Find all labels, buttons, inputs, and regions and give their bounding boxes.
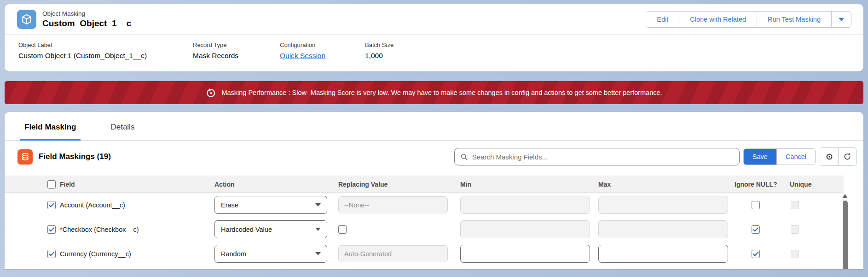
field-masking-card: Field Masking Details Field Maskings (19…	[5, 112, 863, 269]
scrollbar-thumb[interactable]	[843, 200, 848, 269]
table-row: Currency (Currency__c) Random Auto-Gener…	[5, 242, 863, 266]
column-header-ignore-null: Ignore NULL?	[735, 181, 790, 188]
table-vertical-scrollbar[interactable]	[842, 193, 848, 269]
chevron-down-icon	[315, 203, 321, 206]
more-actions-dropdown-button[interactable]	[831, 12, 851, 27]
replacing-value-input: --None--	[338, 196, 448, 213]
search-input[interactable]	[472, 153, 734, 161]
chevron-down-icon	[315, 252, 321, 255]
detail-object-label: Object Label Custom Object 1 (Custom_Obj…	[18, 41, 193, 60]
entity-type-label: Object Masking	[42, 10, 131, 17]
detail-record-type: Record Type Mask Records	[193, 41, 280, 60]
field-maskings-table: Field Action Replacing Value Min Max Ign…	[5, 176, 863, 269]
warning-message: Masking Performance : Slow- Masking Scor…	[221, 89, 662, 96]
replacing-value-checkbox[interactable]	[338, 225, 347, 234]
action-select[interactable]: Random	[214, 245, 327, 263]
field-name: Currency (Currency__c)	[60, 250, 214, 258]
clone-with-related-button[interactable]: Clone with Related	[679, 12, 757, 27]
record-action-button-group: Edit Clone with Related Run Test Masking	[646, 11, 851, 28]
detail-configuration: Configuration Quick Session	[280, 41, 365, 60]
page-title: Custom_Object_1__c	[42, 18, 131, 29]
table-row-partial	[5, 266, 863, 269]
save-button[interactable]: Save	[744, 149, 776, 165]
run-test-masking-button[interactable]: Run Test Masking	[757, 12, 831, 27]
unique-checkbox	[791, 250, 799, 258]
masking-performance-warning-banner: Masking Performance : Slow- Masking Scor…	[5, 81, 863, 104]
cancel-button[interactable]: Cancel	[776, 149, 815, 165]
search-icon	[460, 153, 468, 161]
field-name: Account (Account__c)	[60, 201, 214, 209]
row-select-checkbox[interactable]	[47, 225, 56, 234]
table-header-row: Field Action Replacing Value Min Max Ign…	[5, 176, 844, 193]
tab-field-masking[interactable]: Field Masking	[20, 112, 81, 141]
action-select[interactable]: Erase	[214, 196, 327, 214]
row-select-checkbox[interactable]	[47, 250, 56, 258]
detail-batch-size: Batch Size 1,000	[365, 41, 393, 60]
tab-bar: Field Masking Details	[5, 112, 863, 141]
eye-icon	[825, 153, 833, 161]
performance-history-icon	[206, 88, 216, 98]
column-header-max: Max	[598, 181, 735, 188]
preview-eye-button[interactable]	[820, 148, 838, 165]
max-input	[598, 196, 728, 214]
ignore-null-checkbox[interactable]	[752, 250, 760, 258]
view-refresh-group	[820, 147, 856, 166]
ignore-null-checkbox[interactable]	[752, 201, 760, 209]
scroll-up-arrow-icon[interactable]	[842, 194, 848, 198]
min-input[interactable]	[460, 245, 590, 263]
min-input	[460, 196, 590, 214]
field-maskings-database-icon	[17, 149, 33, 165]
object-masking-cube-icon	[17, 10, 36, 29]
edit-button[interactable]: Edit	[646, 12, 679, 27]
unique-checkbox	[791, 201, 799, 209]
select-all-checkbox[interactable]	[47, 180, 56, 189]
column-header-replacing-value: Replacing Value	[338, 181, 460, 188]
record-header-card: Object Masking Custom_Object_1__c Edit C…	[5, 4, 863, 71]
quick-session-link[interactable]: Quick Session	[280, 52, 325, 59]
refresh-button[interactable]	[838, 148, 856, 165]
table-row: *Checkbox (Checkbox__c) Hardcoded Value	[5, 217, 863, 242]
column-header-field: Field	[60, 181, 214, 188]
save-cancel-group: Save Cancel	[743, 148, 816, 165]
section-title: Field Maskings (19)	[39, 152, 111, 161]
field-name: *Checkbox (Checkbox__c)	[60, 226, 214, 233]
chevron-down-icon	[839, 18, 844, 21]
replacing-value-input: Auto-Generated	[338, 245, 448, 262]
action-select[interactable]: Hardcoded Value	[214, 220, 327, 238]
tab-details[interactable]: Details	[106, 112, 139, 140]
column-header-min: Min	[460, 181, 598, 188]
column-header-action: Action	[214, 181, 338, 188]
max-input[interactable]	[598, 245, 728, 263]
max-input	[598, 220, 728, 238]
unique-checkbox	[791, 225, 799, 234]
table-row: Account (Account__c) Erase --None--	[5, 193, 863, 217]
chevron-down-icon	[315, 228, 321, 231]
refresh-icon	[843, 153, 851, 161]
ignore-null-checkbox[interactable]	[752, 225, 760, 234]
min-input	[460, 220, 590, 238]
search-masking-fields-box	[454, 148, 740, 165]
column-header-unique: Unique	[790, 181, 834, 188]
row-select-checkbox[interactable]	[47, 201, 56, 209]
